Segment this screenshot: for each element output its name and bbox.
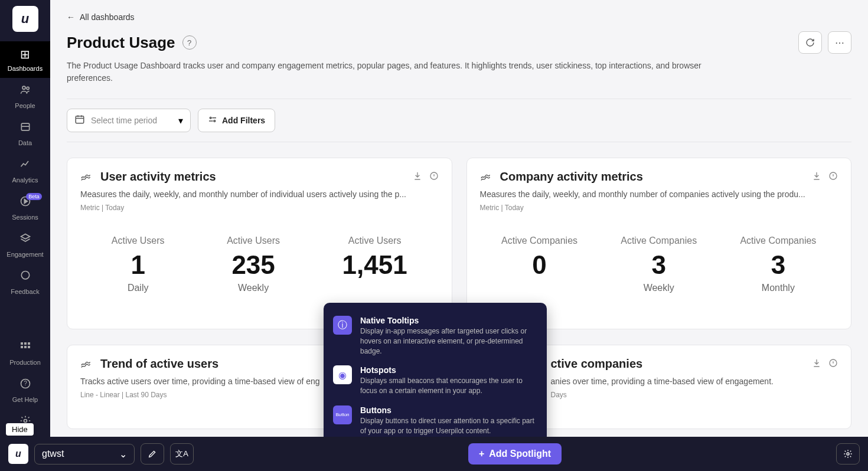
metric: Active Companies 3 Weekly	[621, 236, 697, 293]
tooltip-icon: ⓘ	[333, 316, 352, 335]
svg-rect-6	[24, 342, 27, 345]
download-icon[interactable]	[812, 171, 821, 183]
layers-icon	[19, 233, 31, 247]
svg-rect-14	[76, 116, 84, 123]
nav-dashboards[interactable]: ⊞ Dashboards	[0, 41, 50, 78]
nav-label: Sessions	[12, 214, 38, 221]
refresh-button[interactable]	[798, 31, 822, 54]
popover-item-desc: Display in-app messages after targeted u…	[360, 326, 537, 356]
popover-item-title: Buttons	[360, 405, 537, 415]
chart-icon	[19, 158, 31, 173]
nav-label: Dashboards	[8, 65, 43, 72]
line-chart-icon	[80, 171, 93, 183]
nav-gethelp[interactable]: ? Get Help	[0, 372, 50, 409]
add-spotlight-button[interactable]: + Add Spotlight	[468, 443, 562, 465]
metric-value: 0	[501, 251, 577, 279]
metric-value: 235	[227, 251, 280, 279]
card-meta: Metric | Today	[80, 204, 439, 212]
add-filters-button[interactable]: Add Filters	[198, 109, 275, 132]
time-placeholder: Select time period	[91, 116, 172, 125]
metric-label: Active Users	[342, 236, 407, 246]
chat-icon	[19, 270, 31, 284]
card-title: User activity metrics	[100, 170, 216, 184]
metric: Active Companies 3 Monthly	[740, 236, 816, 293]
nav-production[interactable]: Production	[0, 336, 50, 372]
download-icon[interactable]	[413, 171, 422, 183]
add-spotlight-label: Add Spotlight	[489, 449, 551, 459]
metric-label: Active Companies	[621, 236, 697, 246]
arrow-left-icon: ←	[67, 12, 75, 22]
environment-select[interactable]: gtwst ⌄	[34, 444, 135, 465]
info-icon[interactable]	[828, 171, 838, 183]
people-icon	[19, 84, 31, 99]
apps-icon	[20, 342, 31, 355]
bottom-bar: u gtwst ⌄ 文A + Add Spotlight	[0, 437, 868, 471]
card-meta: Metric | Today	[480, 204, 838, 212]
pencil-icon	[148, 449, 157, 459]
chevron-down-icon: ▾	[178, 115, 183, 126]
env-value: gtwst	[42, 449, 64, 459]
hide-tooltip: Hide	[6, 423, 34, 436]
button-icon: Button	[333, 405, 352, 424]
nav-people[interactable]: People	[0, 78, 50, 115]
svg-rect-7	[28, 342, 30, 345]
nav-sessions[interactable]: Beta Sessions	[0, 189, 50, 227]
download-icon[interactable]	[812, 358, 821, 370]
svg-point-1	[27, 87, 29, 89]
info-icon[interactable]	[429, 171, 439, 183]
gear-icon	[843, 449, 853, 459]
nav-data[interactable]: Data	[0, 115, 50, 152]
back-link-label: All dashboards	[80, 12, 135, 22]
nav-label: Data	[18, 139, 32, 146]
nav-engagement[interactable]: Engagement	[0, 227, 50, 264]
info-icon[interactable]	[828, 358, 838, 370]
metric-period: Weekly	[227, 283, 280, 293]
page-title: Product Usage	[67, 34, 175, 52]
svg-rect-8	[21, 346, 23, 348]
metric-value: 1,451	[342, 251, 407, 279]
page-description: The Product Usage Dashboard tracks user …	[67, 60, 734, 84]
calendar-icon	[74, 114, 85, 127]
filter-icon	[208, 115, 217, 126]
more-icon: ⋯	[835, 37, 844, 48]
more-button[interactable]: ⋯	[828, 31, 851, 54]
svg-point-20	[847, 453, 849, 455]
bottombar-logo[interactable]: u	[8, 444, 28, 464]
metric: Active Companies 0	[501, 236, 577, 293]
metric: Active Users 235 Weekly	[227, 236, 280, 293]
nav-label: Get Help	[12, 396, 38, 403]
popover-item-buttons[interactable]: Button Buttons Display buttons to direct…	[333, 401, 537, 441]
card-title: Trend of active users	[100, 357, 218, 371]
metric-label: Active Users	[227, 236, 280, 246]
settings-button[interactable]	[836, 443, 860, 465]
plus-icon: +	[479, 449, 484, 459]
metric-period: Monthly	[740, 283, 816, 293]
translate-icon: 文A	[175, 449, 188, 459]
edit-button[interactable]	[141, 443, 164, 465]
time-period-select[interactable]: Select time period ▾	[67, 109, 191, 132]
app-logo[interactable]: u	[12, 6, 38, 32]
svg-rect-9	[24, 346, 27, 348]
metric-label: Active Companies	[501, 236, 577, 246]
nav-analytics[interactable]: Analytics	[0, 152, 50, 189]
database-icon	[19, 121, 31, 136]
nav-label: Engagement	[6, 251, 43, 258]
svg-rect-10	[28, 346, 30, 348]
popover-item-tooltips[interactable]: ⓘ Native Tooltips Display in-app message…	[333, 311, 537, 361]
popover-item-hotspots[interactable]: ◉ Hotspots Displays small beacons that e…	[333, 361, 537, 401]
back-link[interactable]: ← All dashboards	[67, 12, 135, 22]
card-title: Company activity metrics	[500, 170, 643, 184]
nav-feedback[interactable]: Feedback	[0, 264, 50, 301]
card-desc: Measures the daily, weekly, and monthly …	[480, 189, 838, 199]
metric-label: Active Companies	[740, 236, 816, 246]
popover-item-title: Native Tooltips	[360, 316, 537, 325]
metric-value: 3	[740, 251, 816, 279]
translate-button[interactable]: 文A	[170, 443, 194, 465]
nav-label: Feedback	[11, 288, 39, 295]
metric-period: Daily	[112, 283, 165, 293]
popover-item-desc: Display buttons to direct user attention…	[360, 416, 537, 436]
svg-point-15	[210, 117, 211, 119]
spotlight-popover: ⓘ Native Tooltips Display in-app message…	[324, 303, 547, 449]
popover-item-desc: Displays small beacons that encourages t…	[360, 376, 537, 396]
help-button[interactable]: ?	[182, 35, 197, 50]
